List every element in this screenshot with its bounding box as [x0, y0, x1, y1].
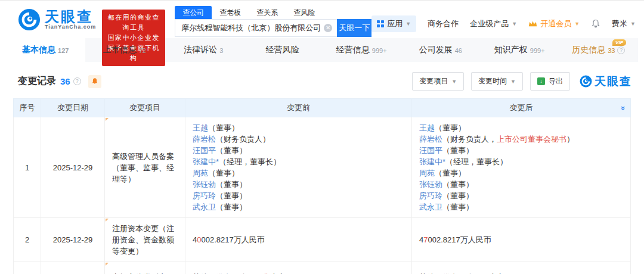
person-link[interactable]: 张建中* — [193, 157, 219, 166]
nav-tab-label: 经营风险 — [266, 45, 299, 55]
cell-line: 张钰勃（董事） — [193, 179, 404, 190]
nav-tab-label: 基本信息 — [22, 45, 55, 55]
cell-line: 房巧玲（董事） — [419, 190, 623, 201]
person-link[interactable]: 张钰勃 — [419, 180, 442, 189]
username: 费米 — [612, 18, 627, 29]
person-link[interactable]: 武永卫 — [419, 203, 442, 211]
business-coop-link[interactable]: 商务合作 — [428, 18, 459, 29]
nav-tab-label: 经营信息 — [336, 45, 370, 55]
search-tab-1[interactable]: 查公司 — [175, 6, 212, 20]
chevron-down-icon: ▼ — [512, 21, 517, 27]
section-title: 变更记录 — [18, 75, 56, 88]
nav-tab-6[interactable]: 公司发展46 — [401, 38, 481, 62]
logo-title: 天眼查 — [45, 10, 96, 24]
column-header-5: 变更后» — [412, 99, 631, 117]
notifications-bell[interactable] — [591, 19, 600, 29]
help-icon[interactable]: ? — [617, 46, 625, 54]
person-link[interactable]: 房巧玲 — [193, 191, 216, 200]
export-button[interactable]: ↓ 导出 — [530, 72, 570, 91]
subscribe-bell-button[interactable] — [88, 75, 101, 88]
tianyancha-logo-icon — [580, 75, 592, 88]
help-icon[interactable]: ? — [73, 77, 81, 85]
cell-line: 武永卫（董事） — [419, 201, 623, 213]
cell-text: （董事） — [435, 169, 466, 178]
nav-tab-4[interactable]: 经营风险 — [243, 38, 323, 62]
watermark-logo: 天眼查 — [580, 74, 632, 89]
person-link[interactable]: 房巧玲 — [419, 191, 442, 200]
column-header-4: 变更前 — [185, 99, 412, 117]
column-header-2: 变更日期 — [41, 99, 105, 117]
nav-tab-count: 999+ — [530, 47, 545, 54]
table-row: 12025-12-29高级管理人员备案（董事、监事、经理等）王越（董事）薛岩松（… — [14, 117, 631, 218]
search-tab-2[interactable]: 查老板 — [212, 6, 249, 20]
cell-text: （董事） — [216, 203, 247, 211]
filter-change-time-button[interactable]: 变更时间 ▼ — [471, 72, 523, 91]
change-after: 其他股份有限公司（上市） — [412, 262, 631, 274]
cell-text: （董事） — [216, 180, 247, 189]
excel-export-icon: ↓ — [537, 77, 545, 85]
table-row: 32025-12-29市场主体类型变更其他股份有限公司（非上市）其他股份有限公司… — [14, 262, 631, 274]
nav-tab-5[interactable]: 经营信息999+ — [322, 38, 401, 62]
nav-tab-7[interactable]: 知识产权999+ — [480, 38, 559, 62]
collapse-chevron-icon[interactable]: » — [619, 106, 628, 110]
person-link[interactable]: 武永卫 — [193, 203, 216, 211]
filter-change-item-button[interactable]: 变更项目 ▼ — [412, 72, 464, 91]
chevron-down-icon: ▼ — [510, 79, 516, 85]
cell-text: （经理，董事长） — [219, 157, 281, 166]
cell-line: 王越（董事） — [193, 122, 404, 133]
cell-line: 47002.8217万人民币 — [419, 234, 623, 245]
person-link[interactable]: 王越 — [193, 123, 208, 132]
person-link[interactable]: 周苑 — [419, 169, 435, 178]
search-input[interactable] — [175, 19, 337, 37]
open-vip-menu[interactable]: 开通会员 ▼ — [528, 18, 580, 29]
apps-label: 应用 — [387, 18, 402, 29]
company-section-nav: 基本信息127上市信息72法律诉讼3经营风险经营信息999+公司发展46知识产权… — [6, 38, 638, 62]
search-area: 查公司查老板查关系查风险 ✕ 天眼一下 — [175, 6, 371, 37]
apps-menu[interactable]: 应用 ▼ — [371, 15, 416, 32]
cell-line: 其他股份有限公司（非上市） — [193, 272, 404, 274]
person-link[interactable]: 薛岩松 — [419, 135, 442, 144]
nav-tab-label: 历史信息 — [572, 45, 605, 55]
cell-line: 张钰勃（董事） — [419, 179, 623, 190]
change-item: 市场主体类型变更 — [105, 262, 185, 274]
cell-line: 其他股份有限公司（上市） — [419, 272, 623, 274]
person-link[interactable]: 张钰勃 — [193, 180, 216, 189]
person-link[interactable]: 周苑 — [193, 169, 208, 178]
nav-tab-count: 46 — [455, 47, 462, 54]
chevron-down-icon: ▼ — [405, 21, 411, 27]
person-link[interactable]: 薛岩松 — [193, 135, 216, 144]
search-tab-4[interactable]: 查风险 — [286, 6, 323, 20]
nav-tab-count: 999+ — [372, 47, 387, 54]
nav-tab-2[interactable]: 上市信息72 — [85, 38, 165, 62]
change-before: 40002.8217万人民币 — [185, 218, 412, 262]
change-after: 王越（董事）薛岩松（财务负责人，上市公司董事会秘书）汪国平（董事）张建中*（经理… — [412, 117, 631, 218]
person-link[interactable]: 王越 — [419, 123, 435, 132]
change-date: 2025-12-29 — [41, 262, 105, 274]
person-link[interactable]: 张建中* — [419, 157, 445, 166]
cell-text: （财务负责人， — [442, 135, 497, 144]
user-account-menu[interactable]: 费米 ▼ — [612, 18, 636, 29]
vip-badge: VIP — [612, 39, 626, 46]
cell-line: 40002.8217万人民币 — [193, 234, 404, 245]
person-link[interactable]: 汪国平 — [419, 146, 442, 155]
nav-tab-1[interactable]: 基本信息127 — [6, 38, 85, 62]
cell-line: 周苑（董事） — [193, 167, 404, 179]
person-link[interactable]: 汪国平 — [193, 146, 216, 155]
nav-tab-count: 3 — [219, 47, 223, 54]
nav-tab-label: 上市信息 — [103, 45, 137, 55]
cell-text: （董事） — [208, 123, 239, 132]
nav-tab-8[interactable]: 历史信息33VIP? — [559, 38, 639, 62]
search-button[interactable]: 天眼一下 — [337, 19, 371, 37]
nav-tab-3[interactable]: 法律诉讼3 — [164, 38, 243, 62]
top-menu: 应用 ▼ 商务合作 企业级产品 ▼ 开通会员 ▼ 费米 ▼ — [371, 15, 636, 32]
search-tab-3[interactable]: 查关系 — [249, 6, 286, 20]
enterprise-products-menu[interactable]: 企业级产品 ▼ — [470, 18, 517, 29]
cell-text: （董事） — [435, 123, 466, 132]
row-number: 3 — [14, 262, 41, 274]
cell-line: 张建中*（经理，董事长） — [193, 156, 404, 167]
nav-tab-count: 127 — [58, 47, 69, 54]
tianyancha-logo[interactable]: 天眼查 TianYanCha.com — [18, 8, 96, 31]
table-header-row: 序号变更日期变更项目变更前变更后» — [14, 99, 631, 117]
cell-text: ） — [566, 135, 574, 144]
cell-line: 周苑（董事） — [419, 167, 623, 179]
